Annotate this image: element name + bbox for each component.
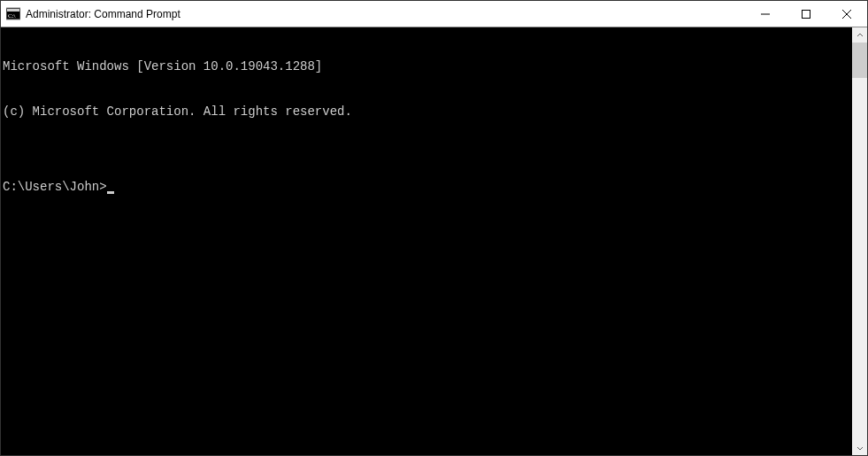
close-icon — [842, 10, 851, 19]
terminal-cursor — [107, 191, 114, 194]
terminal-output-line: (c) Microsoft Corporation. All rights re… — [3, 104, 852, 120]
chevron-up-icon — [856, 32, 864, 39]
maximize-icon — [802, 10, 810, 19]
titlebar-left: C:\ Administrator: Command Prompt — [1, 7, 745, 21]
scroll-up-button[interactable] — [852, 27, 867, 43]
minimize-icon — [761, 10, 770, 19]
terminal-output-line: Microsoft Windows [Version 10.0.19043.12… — [3, 59, 852, 74]
terminal-body[interactable]: Microsoft Windows [Version 10.0.19043.12… — [1, 27, 852, 455]
vertical-scrollbar[interactable] — [852, 27, 867, 455]
svg-rect-1 — [7, 9, 19, 12]
window-controls — [745, 1, 867, 27]
terminal-area: Microsoft Windows [Version 10.0.19043.12… — [1, 27, 867, 455]
close-button[interactable] — [826, 1, 867, 27]
scroll-track[interactable] — [852, 43, 867, 440]
scroll-down-button[interactable] — [852, 440, 867, 455]
window-title: Administrator: Command Prompt — [26, 8, 181, 20]
svg-rect-4 — [803, 10, 810, 18]
command-prompt-window: C:\ Administrator: Command Prompt — [0, 0, 868, 456]
maximize-button[interactable] — [786, 1, 826, 27]
titlebar[interactable]: C:\ Administrator: Command Prompt — [1, 1, 867, 27]
terminal-prompt-line: C:\Users\John> — [3, 180, 852, 195]
chevron-down-icon — [856, 444, 864, 452]
terminal-prompt: C:\Users\John> — [3, 180, 107, 195]
scroll-thumb[interactable] — [852, 43, 867, 78]
svg-text:C:\: C:\ — [8, 12, 16, 19]
minimize-button[interactable] — [745, 1, 786, 27]
cmd-icon: C:\ — [6, 7, 20, 21]
